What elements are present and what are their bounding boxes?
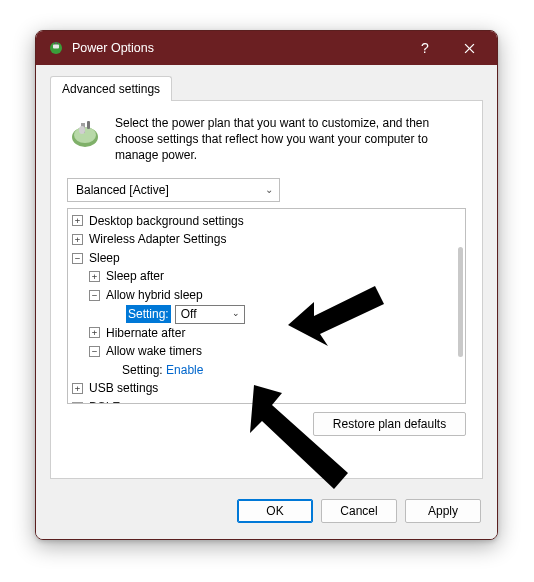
wake-timers-setting-row: Setting: Enable xyxy=(72,361,461,380)
close-icon xyxy=(464,43,475,54)
tab-advanced-settings[interactable]: Advanced settings xyxy=(50,76,172,101)
tree-scrollbar[interactable] xyxy=(458,247,463,357)
expand-icon[interactable]: + xyxy=(89,327,100,338)
collapse-icon[interactable]: − xyxy=(89,290,100,301)
dialog-footer: OK Cancel Apply xyxy=(36,493,497,539)
settings-tree: + Desktop background settings + Wireless… xyxy=(67,208,466,404)
restore-defaults-button[interactable]: Restore plan defaults xyxy=(313,412,466,436)
tabstrip: Advanced settings xyxy=(50,75,483,100)
wake-timers-value[interactable]: Enable xyxy=(166,361,203,380)
hybrid-sleep-setting-row: Setting: Off ⌄ xyxy=(72,305,461,324)
hybrid-sleep-value: Off xyxy=(181,305,197,324)
expand-icon[interactable]: + xyxy=(72,215,83,226)
power-plan-icon xyxy=(67,115,103,151)
tab-panel: Select the power plan that you want to c… xyxy=(50,100,483,479)
power-plan-selected: Balanced [Active] xyxy=(76,183,169,197)
svg-point-9 xyxy=(79,126,85,134)
tree-item-desktop-background[interactable]: + Desktop background settings xyxy=(72,212,461,231)
tree-item-sleep[interactable]: − Sleep xyxy=(72,249,461,268)
titlebar[interactable]: Power Options ? xyxy=(36,31,497,65)
wake-setting-label: Setting: xyxy=(122,361,163,380)
ok-button[interactable]: OK xyxy=(237,499,313,523)
power-plan-select[interactable]: Balanced [Active] ⌄ xyxy=(67,178,280,202)
power-options-window: Power Options ? Advanced settings xyxy=(35,30,498,540)
battery-plug-icon xyxy=(48,40,64,56)
tree-item-allow-wake-timers[interactable]: − Allow wake timers xyxy=(72,342,461,361)
collapse-icon[interactable]: − xyxy=(72,253,83,264)
hybrid-setting-label: Setting: xyxy=(126,305,171,324)
tree-item-sleep-after[interactable]: + Sleep after xyxy=(72,267,461,286)
chevron-down-icon: ⌄ xyxy=(232,307,240,321)
window-title: Power Options xyxy=(72,41,403,55)
hybrid-sleep-value-combo[interactable]: Off ⌄ xyxy=(175,305,245,324)
collapse-icon[interactable]: − xyxy=(89,346,100,357)
close-button[interactable] xyxy=(447,33,491,63)
expand-icon[interactable]: + xyxy=(72,402,83,404)
tree-item-pci-express[interactable]: + PCI Express xyxy=(72,398,461,404)
expand-icon[interactable]: + xyxy=(72,383,83,394)
svg-rect-3 xyxy=(53,45,59,49)
expand-icon[interactable]: + xyxy=(72,234,83,245)
tree-item-hibernate-after[interactable]: + Hibernate after xyxy=(72,324,461,343)
intro-text: Select the power plan that you want to c… xyxy=(115,115,466,164)
help-button[interactable]: ? xyxy=(403,33,447,63)
cancel-button[interactable]: Cancel xyxy=(321,499,397,523)
tree-item-allow-hybrid-sleep[interactable]: − Allow hybrid sleep xyxy=(72,286,461,305)
tree-item-wireless-adapter[interactable]: + Wireless Adapter Settings xyxy=(72,230,461,249)
intro: Select the power plan that you want to c… xyxy=(67,115,466,164)
tree-item-usb-settings[interactable]: + USB settings xyxy=(72,379,461,398)
svg-rect-8 xyxy=(87,121,90,129)
expand-icon[interactable]: + xyxy=(89,271,100,282)
apply-button[interactable]: Apply xyxy=(405,499,481,523)
dialog-body: Advanced settings Select the power plan … xyxy=(36,65,497,493)
chevron-down-icon: ⌄ xyxy=(265,184,273,195)
